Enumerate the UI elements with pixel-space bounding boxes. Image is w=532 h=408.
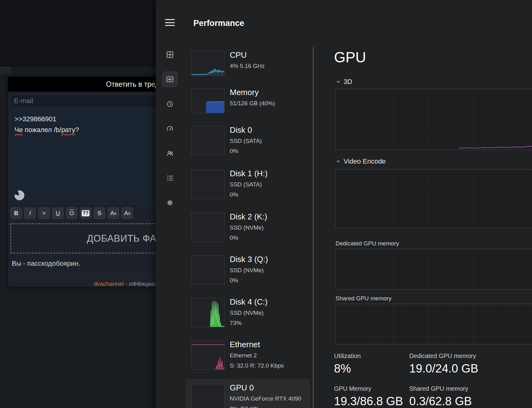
imageboard-page: Ответить в тред >>329866901 Че пожалел /… [0,0,160,408]
perf-item-sub2: S: 32.0 R: 72.0 Kbps [230,360,284,371]
nav-app-history[interactable] [162,96,178,112]
perf-item-title: Memory [230,87,275,97]
memory-mini-chart [191,89,225,113]
perf-item-title: GPU 0 [230,383,301,393]
stat-shared-memory: Shared GPU memory 0.3/62.8 GB [409,385,502,408]
perf-item-title: Disk 4 (C:) [230,297,268,307]
nav-users[interactable] [162,146,178,161]
performance-icon [166,75,174,83]
users-icon [166,149,174,157]
section-label: Video Encode [344,157,386,165]
quote-button[interactable]: > [38,207,50,219]
perf-item-sub: SSD (NVMe) [230,308,268,318]
task-manager-window: Performance CPU 4% 5.16 GHz [156,0,532,408]
board-top-area [0,0,160,67]
cpu-mini-chart [191,51,225,76]
strikethrough-button[interactable]: S [94,207,105,219]
perf-item-disk0[interactable]: Disk 0 SSD (SATA) 0% [191,125,315,156]
perf-item-title: Disk 2 (K:) [230,212,267,222]
perf-item-sub: 4% 5.16 GHz [230,61,265,71]
disk3-mini-chart [191,256,225,285]
dedicated-memory-chart [336,249,532,289]
screen: Ответить в тред >>329866901 Че пожалел /… [0,0,532,408]
app-history-icon [166,100,174,108]
section-video-encode[interactable]: Video Encode [336,157,386,165]
overline-button[interactable]: O [66,207,77,219]
page-fragment [0,67,11,75]
menu-icon[interactable] [165,19,175,26]
disk4-mini-chart [191,298,225,327]
perf-item-sub: SSD (NVMe) [230,265,268,275]
perf-item-title: CPU [230,50,265,60]
dedicated-memory-label: Dedicated GPU memory [336,240,399,247]
perf-item-disk3[interactable]: Disk 3 (Q:) SSD (NVMe) 0% [191,254,315,285]
details-icon [166,174,174,182]
passcode-note: Вы - пасскодобоярин. [12,260,80,268]
chevron-down-icon [336,80,340,84]
startup-apps-icon [166,125,174,133]
gpu0-mini-chart [191,384,225,408]
spoiler-button[interactable]: ?? [80,207,91,219]
perf-item-title: Ethernet [230,339,284,349]
services-icon [166,199,174,207]
underline-button[interactable]: U [52,207,64,219]
disk1-mini-chart [191,170,225,199]
captcha-logo-icon [14,190,24,200]
perf-item-sub2: 0% [230,275,268,285]
nav-performance[interactable] [162,72,178,87]
page-title: Performance [193,19,244,28]
section-label: 3D [344,78,352,86]
nav-startup-apps[interactable] [162,121,178,136]
perf-item-disk2[interactable]: Disk 2 (K:) SSD (NVMe) 0% [191,212,315,243]
perf-item-cpu[interactable]: CPU 4% 5.16 GHz [191,50,315,76]
perf-item-title: Disk 3 (Q:) [230,254,268,264]
perf-item-sub2: 8% (50 °C) [230,404,301,408]
gpu-video-encode-chart [336,169,532,228]
superscript-button[interactable]: Aa [108,207,119,219]
perf-item-gpu0[interactable]: GPU 0 NVIDIA GeForce RTX 4090 8% (50 °C) [191,383,315,408]
disk2-mini-chart [191,213,225,242]
perf-item-sub: SSD (NVMe) [230,223,267,233]
format-toolbar: B I > U O ?? S Aa Aa [10,207,133,219]
perf-item-memory[interactable]: Memory 51/126 GB (40%) [191,87,315,113]
perf-item-disk4[interactable]: Disk 4 (C:) SSD (NVMe) 73% [191,297,315,328]
nav-details[interactable] [162,170,178,186]
gpu-detail-title: GPU [334,49,366,66]
list-scrollbar[interactable] [313,47,314,408]
bold-button[interactable]: B [10,207,22,219]
perf-item-title: Disk 1 (H:) [230,169,268,178]
gpu-3d-chart [336,89,532,150]
perf-item-sub: SSD (SATA) [230,136,262,146]
perf-item-sub2: 73% [230,318,268,328]
perf-item-ethernet[interactable]: Ethernet Ethernet 2 S: 32.0 R: 72.0 Kbps [191,339,315,371]
perf-item-sub: 51/126 GB (40%) [230,98,275,108]
perf-item-disk1[interactable]: Disk 1 (H:) SSD (SATA) 0% [191,169,315,200]
perf-item-sub2: 0% [230,189,268,200]
ethernet-mini-chart [191,341,225,370]
subscript-button[interactable]: Aa [122,207,133,219]
stat-gpu-memory: GPU Memory 19.3/86.8 GB [334,385,408,408]
footer-link[interactable]: dvachannel [94,281,124,287]
processes-icon [166,51,174,59]
chevron-down-icon [336,159,340,164]
section-3d[interactable]: 3D [336,78,352,86]
disk0-mini-chart [191,126,225,155]
shared-memory-chart [336,304,532,344]
shared-memory-label: Shared GPU memory [336,295,392,302]
italic-button[interactable]: I [24,207,36,219]
nav-processes[interactable] [162,47,178,62]
stat-dedicated-memory: Dedicated GPU memory 19.0/24.0 GB [409,352,502,375]
perf-item-title: Disk 0 [230,125,262,135]
perf-item-sub2: 0% [230,146,262,156]
perf-item-sub2: 0% [230,233,267,243]
perf-item-sub: SSD (SATA) [230,179,268,189]
perf-item-sub: Ethernet 2 [230,350,284,360]
perf-item-sub: NVIDIA GeForce RTX 4090 [230,393,301,404]
stat-utilization: Utilization 8% [334,352,408,375]
nav-services[interactable] [162,195,178,210]
